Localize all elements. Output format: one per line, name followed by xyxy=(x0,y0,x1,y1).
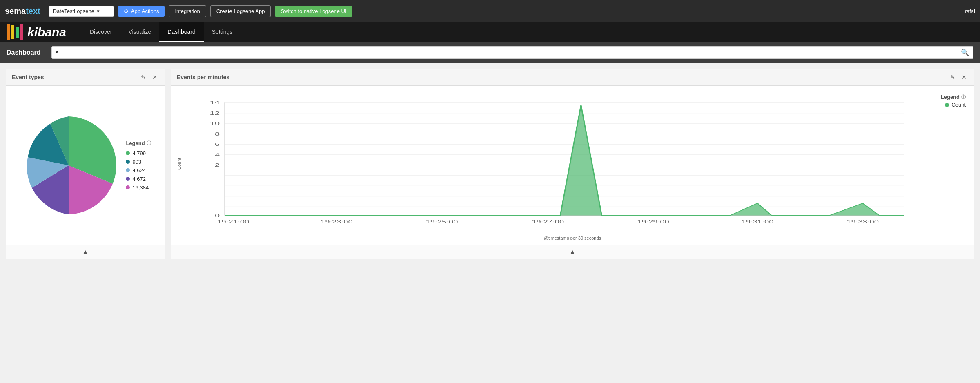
legend-title-right: Legend ⓘ xyxy=(941,94,966,100)
nav-item-dashboard[interactable]: Dashboard xyxy=(159,22,204,42)
user-label: rafal xyxy=(965,8,975,14)
legend-value-4: 16,384 xyxy=(132,185,149,191)
legend-value-3: 4,672 xyxy=(132,176,146,182)
close-button-right[interactable]: ✕ xyxy=(960,73,968,81)
panel-actions-left: ✎ ✕ xyxy=(139,73,159,81)
edit-button-left[interactable]: ✎ xyxy=(139,73,147,81)
create-logsene-label: Create Logsene App xyxy=(216,8,265,14)
legend-info-icon-right: ⓘ xyxy=(961,94,966,100)
area-chart: 14 12 10 8 6 4 2 0 19:21:00 19:23:00 19:… xyxy=(183,94,929,233)
nav-item-discover[interactable]: Discover xyxy=(82,22,120,42)
search-label: Dashboard xyxy=(7,49,47,56)
legend-item-3: 4,672 xyxy=(126,176,151,182)
integration-button[interactable]: Integration xyxy=(169,5,206,17)
svg-text:6: 6 xyxy=(215,142,220,147)
svg-text:19:29:00: 19:29:00 xyxy=(637,219,669,224)
collapse-button-right[interactable]: ▲ xyxy=(569,248,576,256)
top-bar: sematext DateTestLogsene ▾ ⚙ App Actions… xyxy=(0,0,980,22)
svg-text:10: 10 xyxy=(209,121,220,126)
panel-footer-right: ▲ xyxy=(171,245,974,259)
nav-items: Discover Visualize Dashboard Settings xyxy=(82,22,241,42)
panel-events-per-minute: Events per minutes ✎ ✕ Count xyxy=(171,69,974,259)
search-input-wrap: 🔍 xyxy=(51,46,973,59)
x-axis-label: @timestamp per 30 seconds xyxy=(175,236,970,240)
integration-label: Integration xyxy=(175,8,200,14)
bar-orange xyxy=(7,24,10,40)
panel-title-right: Events per minutes xyxy=(177,74,229,80)
svg-text:12: 12 xyxy=(209,111,220,116)
kibana-logo-box: kibana xyxy=(0,22,82,42)
count-legend-dot xyxy=(945,103,949,107)
sematext-logo: sematext xyxy=(5,7,40,16)
pie-legend: Legend ⓘ 4,799 903 4,624 4,672 xyxy=(126,140,151,191)
nav-item-visualize[interactable]: Visualize xyxy=(120,22,159,42)
close-button-left[interactable]: ✕ xyxy=(151,73,159,81)
legend-info-icon: ⓘ xyxy=(147,140,151,146)
count-legend-item: Count xyxy=(945,102,966,108)
panel-actions-right: ✎ ✕ xyxy=(949,73,968,81)
legend-value-1: 903 xyxy=(132,159,141,165)
edit-button-right[interactable]: ✎ xyxy=(949,73,957,81)
bar-pink xyxy=(20,24,23,40)
dashboard-content: Event types ✎ ✕ xyxy=(0,63,980,265)
svg-text:19:31:00: 19:31:00 xyxy=(742,219,774,224)
svg-text:14: 14 xyxy=(209,100,220,105)
switch-native-button[interactable]: Switch to native Logsene UI xyxy=(275,6,352,17)
chart-legend-right: Legend ⓘ Count xyxy=(929,94,970,234)
panel-header-left: Event types ✎ ✕ xyxy=(6,69,165,86)
legend-dot-3 xyxy=(126,177,130,181)
svg-text:19:21:00: 19:21:00 xyxy=(217,219,249,224)
search-bar: Dashboard 🔍 xyxy=(0,42,980,63)
panel-header-right: Events per minutes ✎ ✕ xyxy=(171,69,974,86)
pie-chart xyxy=(20,108,118,223)
svg-text:19:27:00: 19:27:00 xyxy=(532,219,564,224)
svg-text:2: 2 xyxy=(215,163,220,168)
panel-title-left: Event types xyxy=(12,74,44,80)
create-logsene-button[interactable]: Create Logsene App xyxy=(210,5,271,17)
area-fill xyxy=(225,105,904,216)
legend-item-4: 16,384 xyxy=(126,185,151,191)
pie-container: Legend ⓘ 4,799 903 4,624 4,672 xyxy=(6,86,165,245)
search-icon[interactable]: 🔍 xyxy=(961,49,969,56)
svg-text:19:33:00: 19:33:00 xyxy=(846,219,879,224)
svg-text:8: 8 xyxy=(215,131,220,137)
legend-item-0: 4,799 xyxy=(126,150,151,156)
app-actions-button[interactable]: ⚙ App Actions xyxy=(118,6,165,17)
app-selector-value: DateTestLogsene xyxy=(53,8,94,14)
app-selector-arrow: ▾ xyxy=(97,8,100,14)
app-actions-label: App Actions xyxy=(131,8,159,14)
chart-wrap: Count xyxy=(175,94,970,234)
svg-text:19:23:00: 19:23:00 xyxy=(321,219,353,224)
bar-green xyxy=(16,27,19,38)
bar-yellow xyxy=(11,25,14,39)
search-input[interactable] xyxy=(56,49,961,56)
switch-native-label: Switch to native Logsene UI xyxy=(281,8,346,14)
sematext-logo-area: sematext xyxy=(5,7,40,16)
legend-value-2: 4,624 xyxy=(132,167,146,174)
gear-icon: ⚙ xyxy=(124,8,129,14)
kibana-bars xyxy=(7,24,23,40)
legend-dot-4 xyxy=(126,185,130,189)
legend-dot-0 xyxy=(126,151,130,155)
app-selector[interactable]: DateTestLogsene ▾ xyxy=(49,6,114,17)
chart-container: Count xyxy=(171,86,974,245)
legend-dot-2 xyxy=(126,168,130,172)
panel-event-types: Event types ✎ ✕ xyxy=(6,69,165,259)
kibana-logo-text: kibana xyxy=(27,25,66,39)
legend-item-2: 4,624 xyxy=(126,167,151,174)
chart-svg-wrap: 14 12 10 8 6 4 2 0 19:21:00 19:23:00 19:… xyxy=(183,94,929,234)
collapse-button-left[interactable]: ▲ xyxy=(82,248,89,256)
count-legend-label: Count xyxy=(951,102,966,108)
legend-value-0: 4,799 xyxy=(132,150,146,156)
svg-text:0: 0 xyxy=(215,213,220,218)
svg-text:19:25:00: 19:25:00 xyxy=(426,219,458,224)
panel-footer-left: ▲ xyxy=(6,245,165,259)
legend-item-1: 903 xyxy=(126,159,151,165)
svg-text:4: 4 xyxy=(215,152,220,158)
y-axis-label: Count xyxy=(175,94,183,234)
legend-dot-1 xyxy=(126,160,130,164)
kibana-nav: kibana Discover Visualize Dashboard Sett… xyxy=(0,22,980,42)
nav-item-settings[interactable]: Settings xyxy=(204,22,241,42)
legend-title-left: Legend ⓘ xyxy=(126,140,151,146)
